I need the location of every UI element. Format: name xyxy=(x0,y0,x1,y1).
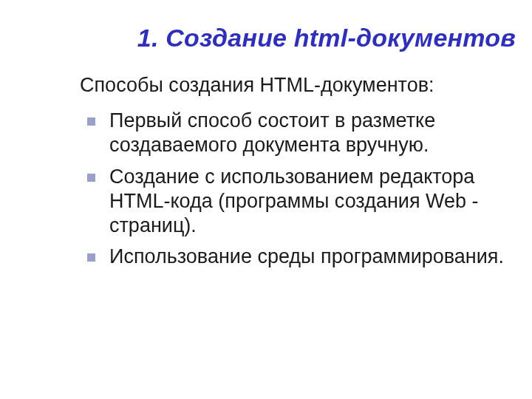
intro-text: Способы создания HTML-документов: xyxy=(80,73,516,98)
slide: 1. Создание html-документов Способы созд… xyxy=(0,0,532,399)
list-item: Использование среды программирования. xyxy=(80,245,516,269)
square-bullet-icon xyxy=(87,174,95,182)
square-bullet-icon xyxy=(87,117,95,126)
list-item-text: Создание с использованием редактора HTML… xyxy=(109,166,479,236)
list-item-text: Первый способ состоит в разметке создава… xyxy=(109,109,435,156)
list-item: Создание с использованием редактора HTML… xyxy=(80,165,516,238)
square-bullet-icon xyxy=(87,253,95,262)
list-item-text: Использование среды программирования. xyxy=(109,245,504,267)
slide-title: 1. Создание html-документов xyxy=(16,24,516,52)
bullet-list: Первый способ состоит в разметке создава… xyxy=(16,109,516,270)
list-item: Первый способ состоит в разметке создава… xyxy=(80,109,516,157)
